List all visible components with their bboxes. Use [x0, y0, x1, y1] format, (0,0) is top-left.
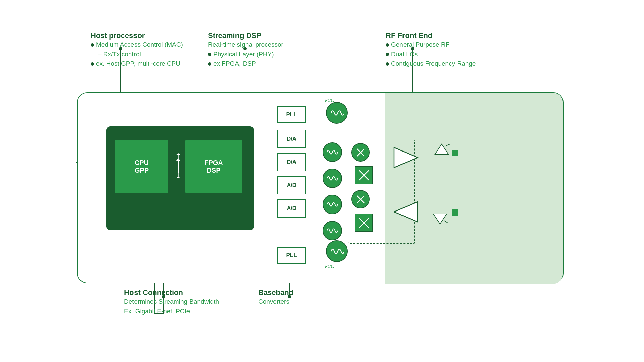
rf-front-end-annotation: RF Front End General Purpose RF Dual LOs… [386, 31, 476, 69]
filter1-wave [326, 148, 338, 157]
fpga-label1: FPGA [204, 159, 223, 167]
da2-label: D/A [287, 159, 297, 165]
host-processor-detail2: – Rx/Tx control [98, 50, 183, 59]
antenna-top [433, 142, 450, 167]
diagram-wrapper: Host processor Medium Access Control (MA… [37, 22, 607, 340]
amp-top-svg [392, 146, 419, 169]
converter-group: D/A D/A A/D A/D [277, 130, 306, 218]
svg-marker-62 [394, 147, 418, 168]
filter-circle-2 [323, 169, 342, 188]
mixer2-x [358, 169, 370, 181]
svg-marker-53 [176, 177, 181, 178]
da-box-2: D/A [277, 153, 306, 171]
svg-marker-52 [176, 153, 181, 155]
rf-front-end-title: RF Front End [386, 31, 476, 40]
antenna-bottom-svg [430, 202, 450, 226]
mixer3-x [355, 193, 367, 205]
host-processor-detail1: Medium Access Control (MAC) [91, 40, 183, 50]
cpu-fpga-block: CPU GPP FPGA DSP [106, 126, 254, 230]
host-processor-title: Host processor [91, 31, 183, 40]
pll-top: PLL [277, 106, 306, 123]
mixer4-x [358, 217, 370, 229]
outer-box: CPU GPP FPGA DSP [77, 92, 564, 283]
streaming-dsp-detail2: ex FPGA, DSP [208, 59, 283, 69]
ad1-label: A/D [287, 182, 297, 188]
mixer-circle-1 [351, 143, 370, 162]
vco-bottom-circle [326, 240, 348, 262]
da-box-1: D/A [277, 130, 306, 148]
filter4-wave [326, 226, 338, 235]
ad-box-2: A/D [277, 199, 306, 218]
vco-top-label: VCO [324, 98, 334, 103]
amp-bottom-svg [392, 200, 419, 224]
connector-bottom [452, 209, 458, 216]
svg-line-66 [446, 144, 450, 146]
host-processor-detail3: ex. Host GPP, multi-core CPU [91, 59, 183, 69]
ad2-label: A/D [287, 205, 297, 212]
vco-bottom-label: VCO [324, 264, 334, 269]
host-connection-detail1: Determines Streaming Bandwidth [124, 297, 219, 307]
filter2-wave [326, 174, 338, 183]
mixer1-x [355, 146, 367, 159]
mixer-circle-3 [351, 190, 370, 208]
cpu-fpga-lines [170, 153, 187, 180]
antenna-top-svg [433, 142, 450, 166]
filter-circle-3 [323, 195, 342, 214]
baseband-title: Baseband [258, 288, 293, 297]
antenna-bottom [430, 202, 450, 227]
svg-line-69 [444, 221, 448, 223]
vco-bottom-wave [330, 246, 344, 256]
da1-label: D/A [287, 136, 297, 142]
vco-top-wave [330, 108, 344, 118]
svg-marker-68 [433, 214, 447, 224]
amp-top [392, 146, 419, 171]
amp-bottom [392, 200, 419, 225]
rf-detail3: Contiguous Frequency Range [386, 59, 476, 69]
pll-top-label: PLL [286, 111, 297, 118]
streaming-dsp-annotation: Streaming DSP Real-time signal processor… [208, 31, 283, 69]
ad-box-1: A/D [277, 176, 306, 194]
svg-marker-63 [394, 202, 418, 222]
host-connection-detail2: Ex. Gigabit E-net, PCIe [124, 307, 219, 316]
streaming-dsp-detail0: Real-time signal processor [208, 40, 283, 50]
host-connection-title: Host Connection [124, 288, 219, 297]
rf-detail2: Dual LOs [386, 50, 476, 59]
rf-detail1: General Purpose RF [386, 40, 476, 50]
baseband-detail1: Converters [258, 297, 293, 307]
mixer-box-4 [355, 214, 373, 232]
filter3-wave [326, 200, 338, 209]
connector-top [452, 150, 458, 156]
host-connection-annotation: Host Connection Determines Streaming Ban… [124, 288, 219, 316]
cpu-box: CPU GPP [115, 140, 168, 193]
streaming-dsp-title: Streaming DSP [208, 31, 283, 40]
pll-bottom: PLL [277, 247, 306, 264]
vco-top-circle [326, 102, 348, 124]
host-processor-annotation: Host processor Medium Access Control (MA… [91, 31, 183, 69]
cpu-label2: GPP [135, 167, 149, 174]
main-container: Host processor Medium Access Control (MA… [0, 0, 644, 362]
fpga-label2: DSP [207, 167, 220, 174]
mixer-box-2 [355, 166, 373, 184]
cpu-label1: CPU [135, 159, 149, 167]
fpga-box: FPGA DSP [185, 140, 242, 193]
filter-circle-4 [323, 221, 342, 240]
streaming-dsp-detail1: Physical Layer (PHY) [208, 50, 283, 59]
baseband-annotation: Baseband Converters [258, 288, 293, 307]
pll-bottom-label: PLL [286, 252, 297, 259]
filter-circle-1 [323, 142, 342, 162]
